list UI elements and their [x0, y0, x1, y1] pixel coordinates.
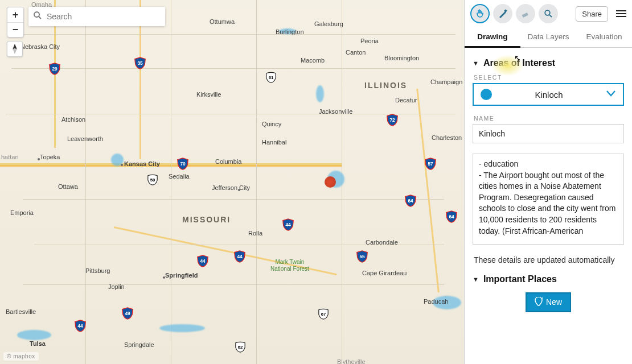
svg-text:64: 64 [449, 214, 454, 220]
city-canton: Canton [346, 49, 366, 56]
city-peoria: Peoria [360, 38, 379, 44]
aoi-name-input[interactable] [473, 124, 624, 143]
panel-body[interactable]: ▼ Areas of Interest SELECT Kinloch NAME … [465, 48, 632, 364]
svg-text:29: 29 [52, 67, 58, 72]
city-hannibal: Hannibal [262, 139, 286, 146]
svg-rect-19 [504, 9, 507, 13]
svg-text:49: 49 [125, 311, 130, 316]
chevron-down-icon [606, 89, 616, 100]
city-sedalia: Sedalia [169, 173, 190, 180]
draw-tool-button[interactable] [493, 4, 512, 23]
map-canvas: MISSOURI ILLINOIS Mark Twain National Fo… [0, 0, 464, 364]
search-box[interactable] [28, 7, 165, 26]
svg-text:72: 72 [389, 118, 395, 123]
shield-i44d: 44 [74, 320, 87, 331]
city-leavenworth: Leavenworth [67, 135, 103, 142]
svg-text:44: 44 [200, 259, 206, 264]
pan-tool-button[interactable] [470, 4, 490, 23]
svg-text:57: 57 [428, 162, 433, 167]
city-burlington: Burlington [276, 28, 304, 35]
state-label-missouri: MISSOURI [182, 215, 231, 224]
compass-button[interactable] [7, 41, 23, 57]
new-place-button[interactable]: + New [526, 292, 571, 312]
city-kirksville: Kirksville [196, 91, 221, 98]
shield-i72: 72 [386, 114, 399, 125]
share-button[interactable]: Share [576, 6, 608, 22]
tool-toolbar: Share [465, 0, 632, 27]
new-place-label: New [546, 297, 562, 307]
select-label: SELECT [474, 74, 624, 81]
search-icon [33, 11, 42, 22]
svg-text:+: + [541, 297, 543, 301]
aoi-select[interactable]: Kinloch [473, 83, 624, 106]
map-viewport[interactable]: MISSOURI ILLINOIS Mark Twain National Fo… [0, 0, 464, 364]
svg-text:35: 35 [137, 61, 143, 66]
svg-text:64: 64 [408, 198, 413, 204]
city-bartlesville: Bartlesville [6, 308, 36, 315]
state-label-illinois: ILLINOIS [364, 81, 407, 90]
section-aoi-title: Areas of Interest [483, 58, 555, 68]
city-bloomington: Bloomington [384, 55, 419, 61]
erase-tool-button[interactable] [516, 4, 535, 23]
shield-i57: 57 [424, 158, 437, 169]
shield-i35: 35 [134, 57, 146, 68]
city-topeka: Topeka [40, 154, 60, 160]
svg-text:55: 55 [359, 254, 365, 259]
section-places-toggle[interactable]: ▼ Important Places [473, 274, 624, 284]
city-jacksonville: Jacksonville [319, 108, 352, 115]
city-nebraska-city: Nebraska City [20, 43, 60, 50]
zoom-in-button[interactable]: + [7, 7, 23, 22]
svg-text:44: 44 [237, 254, 243, 259]
city-hattan: hattan [1, 154, 19, 160]
svg-text:44: 44 [77, 324, 83, 329]
svg-text:67: 67 [321, 312, 326, 317]
aoi-notes-textarea[interactable] [473, 154, 624, 245]
city-paducah: Paducah [424, 298, 448, 305]
shield-us62: 62 [235, 341, 246, 353]
city-macomb: Macomb [301, 57, 325, 64]
tab-evaluation[interactable]: Evaluation [576, 27, 632, 47]
city-kansas-city: Kansas City [124, 160, 160, 167]
svg-rect-20 [522, 13, 528, 18]
svg-text:62: 62 [238, 345, 243, 350]
section-aoi-toggle[interactable]: ▼ Areas of Interest [473, 58, 624, 68]
shield-us61: 61 [265, 72, 277, 83]
shield-i44c: 44 [196, 255, 209, 266]
shield-us50: 50 [147, 174, 158, 185]
city-springfield: Springfield [165, 272, 198, 279]
svg-line-22 [549, 15, 552, 17]
selected-aoi-marker[interactable] [325, 176, 336, 188]
shield-i64b: 64 [445, 210, 458, 222]
section-places-title: Important Places [483, 274, 557, 284]
svg-point-17 [34, 12, 39, 17]
shield-i44: 44 [282, 218, 294, 230]
tab-data-layers[interactable]: Data Layers [520, 27, 576, 47]
city-galesburg: Galesburg [314, 20, 343, 27]
city-carbondale: Carbondale [366, 239, 398, 246]
forest-label: Mark Twain National Forest [270, 259, 309, 272]
city-champaign: Champaign [430, 78, 462, 85]
shield-i44b: 44 [233, 250, 246, 262]
inspect-tool-button[interactable] [539, 4, 558, 23]
city-pittsburg: Pittsburg [85, 267, 110, 274]
city-atchison: Atchison [61, 116, 85, 123]
menu-button[interactable] [616, 9, 626, 19]
panel-tabs: Drawing Data Layers Evaluation [465, 27, 632, 48]
caret-down-icon: ▼ [473, 276, 479, 283]
city-charleston: Charleston [432, 134, 462, 141]
tab-drawing[interactable]: Drawing [465, 27, 520, 48]
aoi-select-value: Kinloch [500, 90, 598, 100]
city-emporia: Emporia [10, 209, 34, 216]
svg-point-21 [545, 10, 550, 15]
city-decatur: Decatur [395, 97, 417, 104]
city-columbia: Columbia [215, 158, 241, 165]
zoom-out-button[interactable]: − [7, 22, 23, 37]
map-zoom-controls: + − [7, 7, 24, 57]
city-rolla: Rolla [248, 230, 262, 237]
city-jefferson-city: Jefferson City [212, 184, 250, 191]
shield-i70: 70 [177, 158, 189, 169]
city-springdale: Springdale [124, 341, 154, 348]
caret-down-icon: ▼ [473, 60, 479, 67]
city-tulsa: Tulsa [30, 340, 46, 347]
search-input[interactable] [47, 12, 161, 21]
